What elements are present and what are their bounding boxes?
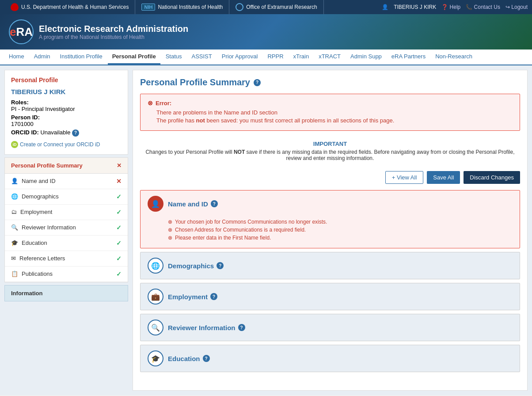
sidebar-item-employment[interactable]: 🗂 Employment ✓ (5, 205, 128, 220)
orcid-icon: iD (11, 141, 18, 148)
section-demographics-header[interactable]: 🌐 Demographics ? (141, 252, 520, 279)
name-id-section-icon: 👤 (148, 196, 163, 212)
page-content: Personal Profile TIBERIUS J KIRK Roles: … (0, 65, 532, 395)
section-name-and-id: 👤 Name and ID ? ⊗ Your chosen job for Co… (140, 190, 520, 248)
sidebar-item-education[interactable]: 🎓 Education ✓ (5, 236, 128, 251)
section-demographics: 🌐 Demographics ? (140, 252, 520, 279)
nav-prior-approval[interactable]: Prior Approval (217, 50, 262, 65)
oer-item: Office of Extramural Research (229, 0, 324, 14)
sidebar: Personal Profile TIBERIUS J KIRK Roles: … (4, 70, 128, 391)
era-header: eRA Electronic Research Administration A… (0, 14, 532, 50)
demographics-help-icon[interactable]: ? (217, 262, 224, 269)
section-name-and-id-header[interactable]: 👤 Name and ID ? (141, 190, 520, 217)
nav-assist[interactable]: ASSIST (187, 50, 217, 65)
person-id-value: 1701000 (11, 121, 34, 127)
save-all-button[interactable]: Save All (427, 171, 460, 184)
nav-non-research[interactable]: Non-Research (431, 50, 477, 65)
education-status: ✓ (116, 240, 122, 247)
page-title: Personal Profile Summary ? (140, 77, 520, 88)
contact-link[interactable]: 📞 Contact Us (466, 4, 500, 10)
sidebar-user-name: TIBERIUS J KIRK (11, 88, 122, 95)
gov-bar: U.S. Department of Health & Human Servic… (0, 0, 532, 14)
nav-admin[interactable]: Admin (30, 50, 55, 65)
section-education: 🎓 Education ? (140, 345, 520, 372)
sidebar-orcid: ORCID ID: Unavailable ? (11, 129, 122, 137)
name-id-section-title: Name and ID ? (168, 200, 218, 208)
nav-rppr[interactable]: RPPR (263, 50, 288, 65)
education-label: Education (22, 240, 47, 246)
name-id-error-1: ⊗ Your chosen job for Commons Communicat… (168, 219, 513, 225)
error-item-2: The profile has not been saved: you must… (156, 117, 513, 124)
demographics-status: ✓ (116, 193, 122, 200)
employment-section-title: Employment ? (168, 293, 217, 301)
era-subtitle: A program of the National Institutes of … (39, 34, 188, 40)
name-id-icon: 👤 (11, 178, 18, 184)
nav-personal-profile[interactable]: Personal Profile (108, 50, 160, 65)
name-id-help-icon[interactable]: ? (211, 200, 218, 207)
oer-label: Office of Extramural Research (246, 4, 317, 10)
error-title: ⊗ Error: (148, 99, 513, 107)
sidebar-nav-error-icon: ✕ (117, 162, 122, 169)
reviewer-label: Reviewer Information (22, 224, 76, 231)
nav-era-partners[interactable]: eRA Partners (387, 50, 430, 65)
reference-label: Reference Letters (19, 255, 65, 262)
name-id-label: Name and ID (22, 178, 56, 184)
error-bullet-1: ⊗ (168, 219, 172, 225)
section-education-header[interactable]: 🎓 Education ? (141, 345, 520, 372)
view-all-button[interactable]: + View All (385, 171, 424, 184)
orcid-help-icon[interactable]: ? (72, 129, 79, 137)
demographics-section-icon: 🌐 (148, 258, 163, 274)
hhs-icon (11, 3, 19, 11)
section-employment-header[interactable]: 💼 Employment ? (141, 283, 520, 310)
sidebar-profile-title: Personal Profile (11, 76, 122, 84)
orcid-connect-link[interactable]: iD Create or Connect your ORCID iD (11, 141, 122, 148)
page-title-help-icon[interactable]: ? (254, 79, 261, 86)
sidebar-roles: Roles: PI - Principal Investigator (11, 99, 122, 112)
roles-label: Roles: (11, 99, 29, 106)
reference-status: ✓ (116, 255, 122, 262)
era-logo-circle: eRA (9, 19, 34, 44)
employment-section-icon: 💼 (148, 289, 163, 305)
era-logo: eRA Electronic Research Administration A… (9, 19, 188, 44)
help-link[interactable]: ❓ Help (441, 4, 460, 10)
person-id-label: Person ID: (11, 114, 40, 121)
era-title: Electronic Research Administration (39, 24, 188, 34)
sidebar-person-id: Person ID: 1701000 (11, 114, 122, 127)
employment-icon: 🗂 (11, 209, 17, 215)
demographics-label: Demographics (22, 193, 59, 200)
reviewer-section-title: Reviewer Information ? (168, 324, 245, 331)
nav-xtract[interactable]: xTRACT (314, 50, 345, 65)
name-id-errors: ⊗ Your chosen job for Commons Communicat… (141, 217, 520, 248)
sidebar-item-reviewer-info[interactable]: 🔍 Reviewer Information ✓ (5, 220, 128, 236)
nav-xtrain[interactable]: xTrain (289, 50, 314, 65)
orcid-label: ORCID ID: (11, 129, 39, 136)
nih-item: NIH National Institutes of Health (135, 0, 229, 14)
sidebar-item-name-and-id[interactable]: 👤 Name and ID ✕ (5, 174, 128, 189)
name-id-error-3: ⊗ Please enter data in the First Name fi… (168, 235, 513, 241)
publications-icon: 📋 (11, 270, 18, 277)
nav-admin-supp[interactable]: Admin Supp (346, 50, 386, 65)
section-reviewer-info-header[interactable]: 🔍 Reviewer Information ? (141, 314, 520, 341)
logout-link[interactable]: ↪ Logout (505, 4, 528, 10)
employment-label: Employment (20, 209, 52, 215)
reviewer-help-icon[interactable]: ? (238, 324, 245, 331)
education-section-icon: 🎓 (148, 350, 163, 366)
hhs-label: U.S. Department of Health & Human Servic… (21, 4, 129, 10)
discard-changes-button[interactable]: Discard Changes (464, 171, 520, 184)
employment-help-icon[interactable]: ? (210, 293, 217, 300)
important-title: IMPORTANT (144, 141, 517, 147)
nav-home[interactable]: Home (4, 50, 29, 65)
education-help-icon[interactable]: ? (203, 355, 210, 362)
nav-institution-profile[interactable]: Institution Profile (56, 50, 107, 65)
error-icon: ⊗ (148, 99, 153, 107)
name-id-error-2: ⊗ Chosen Address for Communications is a… (168, 227, 513, 233)
demographics-section-title: Demographics ? (168, 262, 224, 270)
sidebar-item-demographics[interactable]: 🌐 Demographics ✓ (5, 189, 128, 205)
sidebar-item-publications[interactable]: 📋 Publications ✓ (5, 267, 128, 282)
reviewer-status: ✓ (116, 224, 122, 231)
user-icon: 👤 (382, 4, 388, 10)
section-reviewer-info: 🔍 Reviewer Information ? (140, 314, 520, 341)
error-box: ⊗ Error: There are problems in the Name … (140, 94, 520, 131)
sidebar-item-reference-letters[interactable]: ✉ Reference Letters ✓ (5, 251, 128, 267)
nav-status[interactable]: Status (161, 50, 186, 65)
